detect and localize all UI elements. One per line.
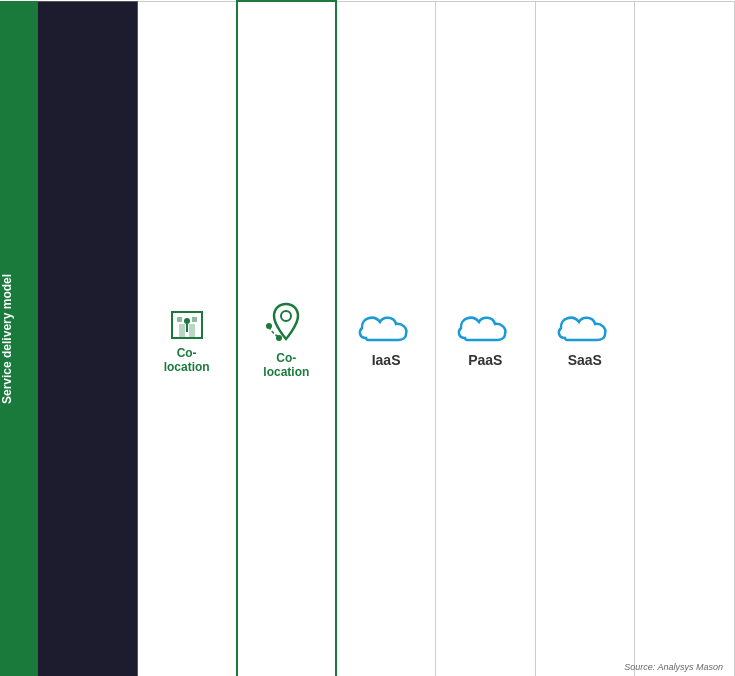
iaas-label: IaaS	[372, 352, 401, 368]
colocation2-label: Co-location	[263, 351, 309, 379]
svg-point-8	[266, 323, 272, 329]
header-col-empty	[635, 1, 735, 676]
header-col-dark	[38, 1, 137, 676]
service-delivery-label: Service delivery model	[0, 1, 38, 676]
cloud-iaas-icon	[356, 310, 416, 348]
svg-point-5	[184, 318, 190, 324]
saas-label: SaaS	[568, 352, 602, 368]
header-col-iaas: IaaS	[336, 1, 435, 676]
header-col-paas: PaaS	[436, 1, 535, 676]
pin-icon	[261, 299, 311, 349]
svg-rect-2	[189, 324, 195, 338]
cloud-saas-icon	[555, 310, 615, 348]
header-col-saas: SaaS	[535, 1, 634, 676]
svg-rect-3	[177, 317, 182, 322]
header-col-colocation2: Co-location	[237, 1, 336, 676]
colocation1-label: Co-location	[164, 346, 210, 374]
svg-point-7	[281, 311, 291, 321]
source-text: Source: Analysys Mason	[624, 662, 723, 672]
paas-label: PaaS	[468, 352, 502, 368]
building-icon	[167, 304, 207, 344]
svg-point-9	[276, 335, 282, 341]
svg-rect-1	[179, 324, 185, 338]
svg-rect-4	[192, 317, 197, 322]
header-col-colocation1: Co-location	[137, 1, 236, 676]
cloud-paas-icon	[455, 310, 515, 348]
